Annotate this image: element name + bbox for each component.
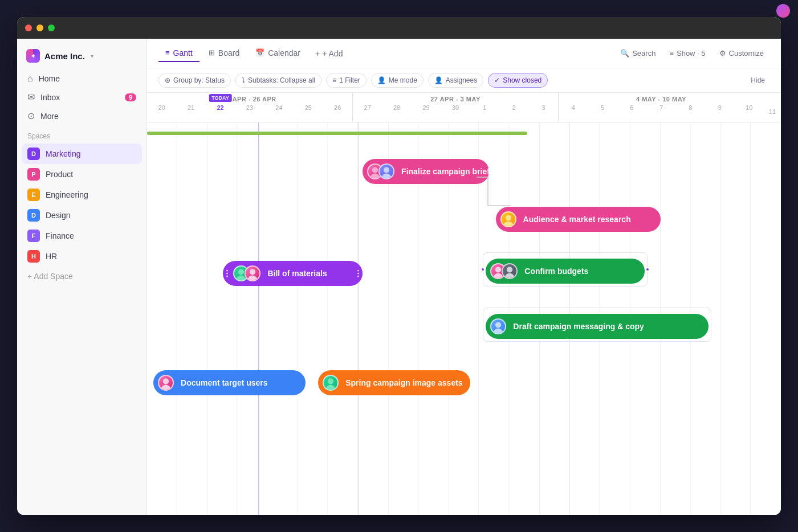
days-row-1: 20 21 22 TODAY 23 24 25 26 [147, 104, 352, 111]
sidebar: ✦ Acme Inc. ▾ ⌂ Home ✉ Inbox 9 ⊙ More [17, 39, 147, 515]
inbox-label: Inbox [40, 93, 60, 102]
top-actions: 🔍 Search ≡ Show · 5 ⚙ Customize [614, 46, 769, 60]
product-label: Product [46, 170, 73, 179]
customize-label: Customize [729, 49, 764, 58]
day-11: 11 [769, 108, 776, 115]
add-space-label: + Add Space [27, 272, 73, 281]
avatar-sp1 [323, 375, 339, 391]
add-space-button[interactable]: + Add Space [22, 268, 142, 285]
sidebar-item-design[interactable]: D Design [22, 205, 142, 226]
close-button[interactable] [25, 24, 32, 31]
me-mode-chip[interactable]: 👤 Me mode [371, 73, 424, 88]
hr-label: HR [46, 252, 57, 261]
days-row-3: 4 5 6 7 8 9 10 [559, 104, 764, 111]
avatar-a1 [500, 211, 516, 227]
task-bar-bom[interactable]: Bill of materials [223, 261, 363, 286]
gear-icon: ⚙ [719, 49, 726, 58]
svg-point-28 [248, 275, 258, 281]
bom-left-handle[interactable] [226, 270, 228, 277]
sidebar-item-marketing[interactable]: D Marketing [22, 144, 142, 164]
gantt-tab-label: Gantt [173, 48, 193, 58]
minimize-button[interactable] [36, 24, 43, 31]
avatar-doc1 [158, 375, 174, 391]
day-24: 24 [264, 104, 294, 111]
search-button[interactable]: 🔍 Search [614, 46, 661, 60]
hr-avatar: H [27, 250, 40, 263]
tab-gantt[interactable]: ≡ Gantt [158, 45, 199, 62]
svg-point-27 [238, 269, 244, 275]
group-by-chip[interactable]: ⊛ Group by: Status [158, 73, 231, 88]
day-3: 3 [529, 104, 558, 111]
svg-point-29 [250, 269, 255, 275]
maximize-button[interactable] [48, 24, 55, 31]
add-view-button[interactable]: + + Add [310, 46, 348, 62]
day-9: 9 [705, 104, 734, 111]
sidebar-item-finance[interactable]: F Finance [22, 226, 142, 246]
filter-icon: ≡ [332, 76, 336, 84]
subtasks-label: Subtasks: Collapse all [248, 76, 315, 84]
avatar-d1 [490, 318, 506, 334]
marketing-label: Marketing [46, 149, 80, 158]
day-21: 21 [176, 104, 205, 111]
task-label-audience: Audience & market research [523, 215, 631, 224]
svg-point-36 [161, 384, 171, 391]
gantt-tab-icon: ≡ [165, 48, 170, 57]
hide-button[interactable]: Hide [746, 73, 769, 87]
group-by-label: Group by: Status [173, 76, 225, 84]
home-label: Home [39, 74, 60, 83]
workspace-header[interactable]: ✦ Acme Inc. ▾ [17, 46, 146, 69]
sidebar-item-inbox[interactable]: ✉ Inbox 9 [22, 88, 142, 107]
show-label: Show · 5 [677, 49, 706, 58]
svg-point-24 [503, 221, 513, 227]
task-bar-draft[interactable]: Draft campaign messaging & copy [486, 314, 708, 339]
app-window: ✦ Acme Inc. ▾ ⌂ Home ✉ Inbox 9 ⊙ More [17, 17, 781, 515]
board-tab-label: Board [218, 48, 239, 58]
sidebar-item-engineering[interactable]: E Engineering [22, 185, 142, 205]
task-bar-confirm[interactable]: Confirm budgets [486, 259, 645, 284]
svg-point-37 [163, 378, 169, 384]
task-bar-spring[interactable]: Spring campaign image assets [318, 370, 470, 395]
period-2-label: 27 APR - 3 MAY [430, 96, 481, 103]
day-28: 28 [382, 104, 411, 111]
day-2: 2 [499, 104, 528, 111]
task-label-spring: Spring campaign image assets [345, 378, 462, 387]
subtasks-chip[interactable]: ⤵ Subtasks: Collapse all [235, 73, 321, 88]
sidebar-item-more[interactable]: ⊙ More [22, 107, 142, 125]
assignees-chip[interactable]: 👤 Assignees [428, 73, 483, 88]
tab-board[interactable]: ⊞ Board [202, 45, 246, 62]
day-8: 8 [676, 104, 705, 111]
workspace-name: Acme Inc. [44, 51, 85, 61]
sidebar-item-home[interactable]: ⌂ Home [22, 69, 142, 88]
product-avatar: P [27, 168, 40, 181]
design-label: Design [46, 211, 71, 220]
task-label-finalize: Finalize campaign brief [401, 167, 490, 176]
filter-chip[interactable]: ≡ 1 Filter [326, 73, 367, 88]
sidebar-item-hr[interactable]: H HR [22, 246, 142, 267]
tab-calendar[interactable]: 📅 Calendar [249, 45, 307, 62]
title-bar [17, 17, 781, 39]
search-label: Search [632, 49, 656, 58]
board-tab-icon: ⊞ [209, 48, 215, 57]
task-bar-document[interactable]: Document target users [153, 370, 306, 395]
me-mode-icon: 👤 [377, 76, 386, 84]
svg-point-31 [495, 267, 501, 272]
task-bar-finalize[interactable]: Finalize campaign brief [363, 159, 489, 184]
task-avatars-spring [323, 375, 339, 391]
day-1: 1 [470, 104, 499, 111]
show-button[interactable]: ≡ Show · 5 [663, 46, 711, 60]
show-closed-chip[interactable]: ✓ Show closed [488, 73, 548, 88]
period-2: 27 APR - 3 MAY 27 28 29 30 1 2 3 [353, 93, 559, 122]
filter-label: 1 Filter [339, 76, 360, 84]
bom-right-handle[interactable] [357, 270, 359, 277]
day-5: 5 [588, 104, 617, 111]
sidebar-nav: ⌂ Home ✉ Inbox 9 ⊙ More [17, 69, 146, 125]
customize-button[interactable]: ⚙ Customize [714, 46, 769, 60]
confirm-budgets-box: Confirm budgets [483, 252, 648, 287]
task-avatars-confirm [490, 263, 518, 279]
sidebar-item-product[interactable]: P Product [22, 164, 142, 185]
add-view-icon: + [315, 49, 320, 58]
svg-point-38 [326, 384, 336, 391]
marketing-avatar: D [27, 148, 40, 160]
task-bar-audience[interactable]: Audience & market research [496, 207, 661, 232]
period-1: 20 APR - 26 APR 20 21 22 TODAY 23 24 [147, 93, 353, 122]
